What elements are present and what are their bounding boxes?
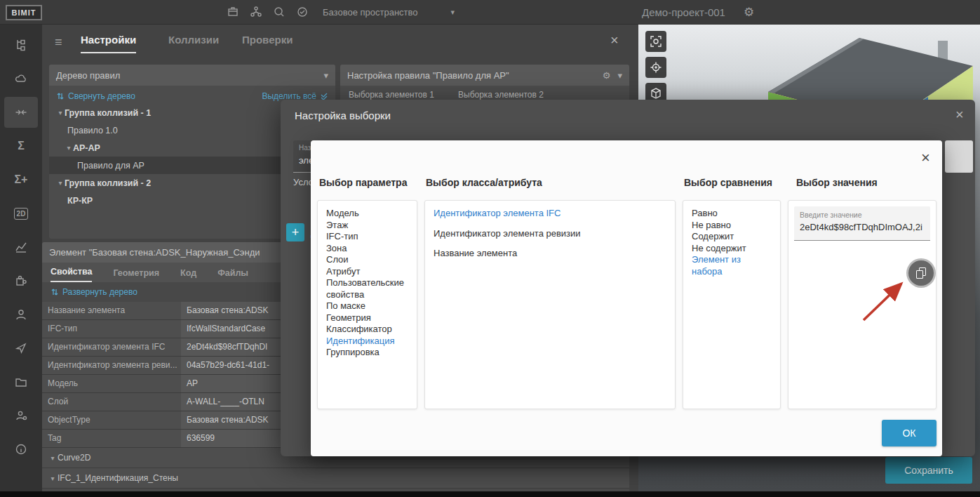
- collapse-tree-link[interactable]: Свернуть дерево: [56, 91, 135, 101]
- selection-tab-2[interactable]: Выборка элементов 2: [458, 90, 544, 100]
- ok-button[interactable]: ОК: [882, 420, 937, 446]
- rules-tree-title: Дерево правил: [56, 70, 120, 81]
- option-grouping[interactable]: Группировка: [326, 347, 408, 359]
- project-settings-gear-icon[interactable]: ⚙: [744, 6, 754, 18]
- option-model[interactable]: Модель: [326, 208, 408, 220]
- panel-menu-icon[interactable]: ≡: [55, 35, 62, 50]
- tab-properties[interactable]: Свойства: [51, 267, 92, 282]
- plus-icon: +: [286, 223, 304, 241]
- topbar-tools: Базовое пространство ▾: [226, 0, 455, 24]
- option-attribute[interactable]: Атрибут: [326, 266, 408, 278]
- tab-geometry[interactable]: Геометрия: [113, 268, 159, 282]
- sidebar-plugin-button[interactable]: [4, 265, 38, 296]
- group-label: IFC_1_Идентификация_Стены: [58, 473, 178, 483]
- rules-tree-header[interactable]: Дерево правил ▾: [49, 65, 335, 86]
- app-root: BIMIT Базовое пространство ▾ Демо-проект…: [0, 0, 980, 497]
- chevron-down-icon[interactable]: ▾: [323, 70, 328, 81]
- option-floor[interactable]: Этаж: [326, 220, 408, 232]
- element-title: Элемент "Базовая стена:ADSK_Наружная_Сэн…: [49, 247, 260, 258]
- rule-config-header[interactable]: Настройка правила "Правило для АР" ⚙ ▾: [340, 65, 629, 86]
- tree-item-label: Группа коллизий - 2: [65, 178, 151, 188]
- class-column-title: Выбор класса/атрибута: [426, 177, 542, 188]
- option-classifier[interactable]: Классификатор: [326, 324, 408, 336]
- chevron-down-icon[interactable]: ▾: [56, 109, 65, 117]
- value-input-field[interactable]: Введите значение: [794, 206, 930, 241]
- close-icon[interactable]: ×: [955, 107, 964, 123]
- workspace-selector[interactable]: Базовое пространство ▾: [323, 7, 455, 18]
- target-home-button[interactable]: [645, 57, 666, 78]
- tab-code[interactable]: Код: [180, 268, 196, 282]
- chevron-down-icon[interactable]: ▾: [48, 454, 58, 462]
- tab-files[interactable]: Файлы: [217, 268, 248, 282]
- chevron-down-icon: ▾: [450, 8, 455, 17]
- option-identification[interactable]: Идентификация: [326, 336, 408, 347]
- expand-tree-link[interactable]: Развернуть дерево: [51, 287, 137, 297]
- tree-item-label: КР-КР: [67, 196, 93, 206]
- panel-close-icon[interactable]: ×: [610, 32, 619, 48]
- sidebar-collisions-button[interactable]: [4, 97, 38, 128]
- collapse-tree-label: Свернуть дерево: [68, 91, 135, 101]
- selection-tab-1[interactable]: Выборка элементов 1: [349, 90, 434, 100]
- attribute-picker-modal: × Выбор параметра Выбор класса/атрибута …: [311, 140, 942, 456]
- option-ifc-element-id[interactable]: Идентификатор элемента IFC: [434, 208, 666, 220]
- left-toolbar: Σ Σ+ 2D: [0, 24, 42, 497]
- option-geometry[interactable]: Геометрия: [326, 312, 408, 324]
- chevron-down-icon[interactable]: ▾: [65, 144, 73, 152]
- chevron-down-icon[interactable]: ▾: [617, 70, 622, 81]
- comparison-column-title: Выбор сравнения: [684, 177, 772, 188]
- copy-value-button[interactable]: [908, 260, 934, 286]
- sidebar-2d-button[interactable]: 2D: [4, 198, 38, 229]
- tree-item-label: АР-АР: [73, 143, 100, 153]
- option-ifc-type[interactable]: IFC-тип: [326, 231, 408, 243]
- sidebar-pointer-button[interactable]: [4, 333, 38, 364]
- sidebar-model-tree-button[interactable]: [4, 29, 38, 60]
- sidebar-user-pin-button[interactable]: [4, 400, 38, 431]
- option-by-mask[interactable]: По маске: [326, 300, 408, 312]
- sidebar-folder-button[interactable]: [4, 366, 38, 397]
- check-circle-icon[interactable]: [295, 5, 309, 19]
- option-not-equals[interactable]: Не равно: [692, 220, 772, 232]
- project-title: Демо-проект-001: [642, 6, 725, 18]
- option-custom-properties[interactable]: Пользовательские свойства: [326, 277, 408, 300]
- option-element-name[interactable]: Название элемента: [434, 248, 666, 260]
- tab-collisions[interactable]: Коллизии: [168, 34, 219, 52]
- copy-icon: [916, 267, 926, 279]
- option-element-from-set[interactable]: Элемент из набора: [692, 254, 772, 277]
- chevron-down-icon[interactable]: ▾: [56, 179, 65, 187]
- sidebar-info-button[interactable]: [4, 434, 38, 465]
- parameter-listbox: Модель Этаж IFC-тип Зона Слои Атрибут По…: [317, 200, 417, 409]
- sidebar-sigma-plus-button[interactable]: Σ+: [4, 164, 38, 195]
- field-side-button[interactable]: [945, 140, 973, 173]
- tab-settings[interactable]: Настройки: [81, 34, 136, 53]
- option-not-contains[interactable]: Не содержит: [692, 243, 772, 255]
- tree-item-label: Группа коллизий - 1: [65, 108, 151, 118]
- tab-checks[interactable]: Проверки: [242, 34, 293, 52]
- team-structure-icon[interactable]: [249, 5, 263, 19]
- option-layers[interactable]: Слои: [326, 254, 408, 266]
- sidebar-user-button[interactable]: [4, 299, 38, 330]
- option-zone[interactable]: Зона: [326, 243, 408, 255]
- option-equals[interactable]: Равно: [692, 208, 772, 220]
- sidebar-sigma-button[interactable]: Σ: [4, 131, 38, 161]
- option-revision-element-id[interactable]: Идентификатор элемента ревизии: [434, 228, 666, 240]
- value-input[interactable]: [800, 222, 925, 232]
- comparison-listbox: Равно Не равно Содержит Не содержит Элем…: [683, 200, 781, 409]
- gear-icon[interactable]: ⚙: [603, 70, 611, 81]
- sidebar-chart-button[interactable]: [4, 232, 38, 263]
- property-group-ifc-identification[interactable]: ▾ IFC_1_Идентификация_Стены: [42, 468, 629, 489]
- sidebar-cloud-button[interactable]: [4, 63, 38, 94]
- topbar-project: Демо-проект-001 ⚙: [642, 0, 754, 24]
- value-column-title: Выбор значения: [796, 177, 878, 188]
- save-button[interactable]: Сохранить: [885, 457, 972, 484]
- model-box-icon[interactable]: [226, 5, 240, 19]
- 2d-icon: 2D: [14, 208, 29, 220]
- tree-item-label: Правило для АР: [77, 161, 145, 171]
- app-logo: BIMIT: [6, 5, 42, 20]
- chevron-down-icon[interactable]: ▾: [48, 475, 58, 482]
- sync-globe-icon[interactable]: [272, 5, 286, 19]
- class-listbox: Идентификатор элемента IFC Идентификатор…: [424, 200, 676, 409]
- option-contains[interactable]: Содержит: [692, 231, 772, 243]
- focus-selection-button[interactable]: [645, 31, 666, 52]
- modal-title: Настройка выборки: [295, 110, 391, 121]
- close-icon[interactable]: ×: [921, 149, 930, 167]
